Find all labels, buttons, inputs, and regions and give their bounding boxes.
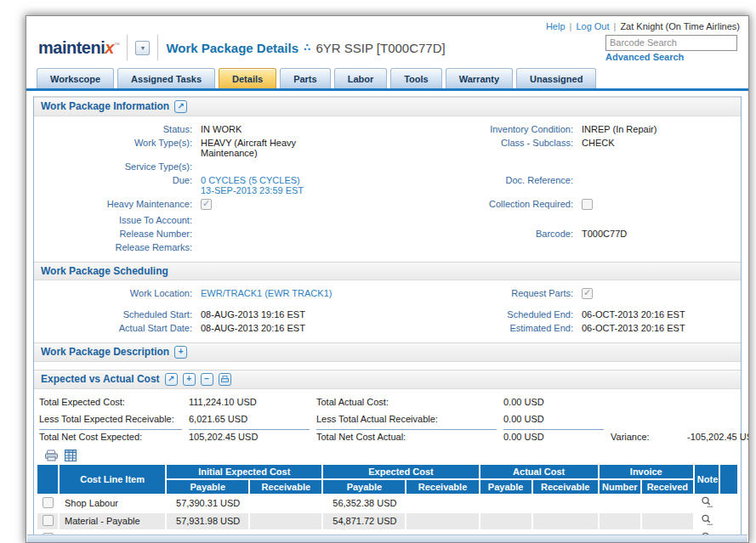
field-row: Work Location:EWR/TRACK1 (EWR TRACK1)Req… <box>34 286 741 303</box>
field-value: T000C77D <box>582 229 741 239</box>
logout-link[interactable]: Log Out <box>576 21 609 31</box>
field-label: Collection Required: <box>423 199 573 209</box>
tab-details[interactable]: Details <box>219 68 276 88</box>
tab-workscope[interactable]: Workscope <box>37 68 114 88</box>
cost-value-cell <box>533 495 598 512</box>
open-in-window-icon[interactable]: ↗ <box>165 373 178 386</box>
field-label: Status: <box>34 124 192 134</box>
tab-assigned-tasks[interactable]: Assigned Tasks <box>117 68 215 88</box>
header-sub-payable: Payable <box>323 480 405 494</box>
title-separator-icon: ∴ <box>304 42 310 54</box>
summary-value: 6,021.65 USD <box>189 412 310 426</box>
help-link[interactable]: Help <box>546 21 566 31</box>
summary-value: 105,202.45 USD <box>189 429 310 444</box>
cost-value-cell <box>480 513 531 529</box>
tab-tools[interactable]: Tools <box>390 68 442 88</box>
checkbox-unchecked <box>582 199 593 210</box>
printer-glyph <box>221 376 229 383</box>
field-label: Service Type(s): <box>34 161 192 172</box>
field-value: HEAVY (Aircraft HeavyMaintenance) <box>201 138 413 158</box>
cost-line-item-name: Material - Payable <box>60 513 165 529</box>
horizontal-scrollbar[interactable] <box>27 535 747 542</box>
header-select-column <box>37 465 58 494</box>
field-value: INREP (In Repair) <box>582 124 741 134</box>
field-value: IN WORK <box>201 124 413 134</box>
field-value <box>201 199 413 212</box>
tab-labor[interactable]: Labor <box>334 68 388 88</box>
header-sub-received: Received <box>642 480 693 494</box>
barcode-search-input[interactable] <box>605 35 737 51</box>
work-package-identifier: 6YR SSIP [T000C77D] <box>315 41 445 55</box>
maintenix-logo: maintenix™ <box>38 38 119 58</box>
summary-label: Less Total Actual Receivable: <box>316 412 497 426</box>
field-row: Scheduled Start:08-AUG-2013 19:16 ESTSch… <box>34 308 741 321</box>
advanced-search-link[interactable]: Advanced Search <box>605 52 740 62</box>
tab-unassigned[interactable]: Unassigned <box>516 68 596 88</box>
summary-row: Total Expected Cost:111,224.10 USDTotal … <box>39 393 741 410</box>
cost-value-cell <box>600 495 640 512</box>
field-label: Class - Subclass: <box>423 138 573 148</box>
cost-value-cell <box>600 513 640 529</box>
inspect-button[interactable] <box>695 513 719 529</box>
field-link[interactable]: 0 CYCLES (5 CYCLES)13-SEP-2013 23:59 EST <box>201 175 413 195</box>
field-label: Actual Start Date: <box>34 323 192 333</box>
section-header-scheduling: Work Package Scheduling <box>34 262 741 280</box>
section-title: Work Package Information <box>41 100 169 112</box>
summary-value: 0.00 USD <box>503 395 604 409</box>
export-grid-icon[interactable] <box>65 450 77 461</box>
print-icon[interactable] <box>44 450 59 461</box>
field-label: Barcode: <box>423 229 573 239</box>
cost-line-item-name: Shop Labour <box>60 495 165 512</box>
nav-dropdown-button[interactable]: ▼ <box>135 41 150 55</box>
open-in-window-icon[interactable]: ↗ <box>174 100 187 113</box>
summary-value <box>687 422 749 426</box>
chevron-down-icon: ▼ <box>139 45 145 51</box>
row-checkbox[interactable] <box>43 497 54 508</box>
section-header-info: Work Package Information ↗ <box>34 97 741 116</box>
section-header-cost: Expected vs Actual Cost ↗ + − <box>34 370 741 389</box>
field-row: Due:0 CYCLES (5 CYCLES)13-SEP-2013 23:59… <box>34 173 741 197</box>
cost-value-cell <box>642 495 693 512</box>
header-sub-receivable: Receivable <box>533 480 598 494</box>
inspect-button[interactable] <box>695 495 719 512</box>
row-checkbox[interactable] <box>43 515 54 526</box>
section-title: Expected vs Actual Cost <box>41 373 160 385</box>
page-title: Work Package Details <box>166 41 298 55</box>
field-link[interactable]: EWR/TRACK1 (EWR TRACK1) <box>201 288 413 298</box>
page-header: maintenix™ ▼ Work Package Details ∴ 6YR … <box>26 31 748 68</box>
row-select-cell <box>37 495 58 512</box>
header-sub-receivable: Receivable <box>406 480 478 494</box>
field-label: Request Parts: <box>423 288 573 298</box>
summary-label: Total Actual Cost: <box>316 395 497 409</box>
cost-value-cell <box>642 513 693 529</box>
expand-icon[interactable]: + <box>174 346 187 359</box>
expand-icon[interactable]: + <box>183 373 196 386</box>
field-row: Issue To Account: <box>34 213 741 227</box>
collapse-icon[interactable]: − <box>201 373 213 386</box>
summary-value: 0.00 USD <box>503 412 604 426</box>
summary-label: Less Total Expected Receivable: <box>39 412 182 426</box>
inspect-magnifier-icon <box>701 514 713 526</box>
cost-value-cell <box>406 495 478 512</box>
logged-in-user: Zat Knight (On Time Airlines) <box>620 21 740 31</box>
header-sub-number: Number <box>600 480 640 494</box>
summary-value <box>687 405 749 409</box>
summary-value: -105,202.45 USD <box>687 430 749 444</box>
utility-bar: Help|Log Out|Zat Knight (On Time Airline… <box>26 16 748 31</box>
row-select-cell <box>37 513 58 529</box>
summary-value: 111,224.10 USD <box>189 395 310 409</box>
tab-parts[interactable]: Parts <box>280 68 331 88</box>
cost-line-items-table: Cost Line ItemInitial Expected CostExpec… <box>36 463 739 543</box>
field-label: Release Remarks: <box>34 242 192 252</box>
field-label: Issue To Account: <box>34 215 192 225</box>
divider <box>127 35 128 60</box>
field-label: Inventory Condition: <box>423 124 573 134</box>
info-fields: Status:IN WORKInventory Condition:INREP … <box>34 116 741 262</box>
print-icon[interactable] <box>219 373 231 386</box>
search-area: Advanced Search <box>605 34 740 62</box>
field-row: Actual Start Date:08-AUG-2013 20:16 ESTE… <box>34 321 741 335</box>
field-label: Heavy Maintenance: <box>34 199 192 209</box>
section-title: Work Package Description <box>41 346 169 358</box>
header-sub-receivable: Receivable <box>250 480 321 494</box>
tab-warranty[interactable]: Warranty <box>446 68 513 88</box>
